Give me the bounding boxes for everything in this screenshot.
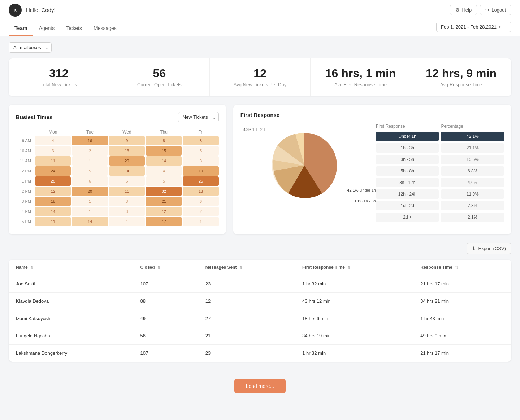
heat-cell: 9	[109, 136, 145, 145]
th-messages-sent[interactable]: Messages Sent ⇅	[198, 260, 295, 275]
heatmap-row: 10 AM3213155	[16, 146, 219, 156]
heat-cell: 21	[146, 197, 182, 206]
heat-cell: 19	[183, 166, 218, 176]
response-row: 1d - 2d7,8%	[376, 201, 504, 210]
heat-cell: 11	[109, 187, 145, 196]
th-closed[interactable]: Closed ⇅	[133, 260, 198, 275]
header-left: K Hello, Cody!	[9, 4, 56, 17]
heat-cell: 6	[72, 176, 108, 186]
heat-cell: 2	[183, 207, 218, 216]
busiest-times-header: Busiest Times New Tickets	[16, 112, 219, 122]
response-row: 5h - 8h6,8%	[376, 166, 504, 176]
heat-cell: 25	[183, 176, 218, 186]
logout-icon: ↪	[485, 7, 489, 13]
help-button[interactable]: ⚙ Help	[450, 5, 477, 15]
nav-tabs: Team Agents Tickets Messages	[9, 20, 122, 36]
date-range-wrapper[interactable]: Feb 1, 2021 - Feb 28,2021 ▾	[436, 22, 511, 36]
logout-button[interactable]: ↪ Logout	[480, 5, 511, 15]
export-csv-button[interactable]: ⬇ Export (CSV)	[467, 243, 511, 254]
heat-cell: 6	[109, 176, 145, 186]
busiest-times-title: Busiest Times	[16, 114, 52, 120]
response-label: 12h - 24h	[376, 189, 439, 199]
date-range-picker[interactable]: Feb 1, 2021 - Feb 28,2021 ▾	[436, 22, 511, 32]
stat-label-4: Avg Response Time	[418, 82, 504, 87]
heatmap-row: 9 AM416988	[16, 136, 219, 145]
stat-number-4: 12 hrs, 9 min	[418, 67, 504, 80]
cell-closed: 107	[133, 275, 198, 293]
response-row: 3h - 5h15,5%	[376, 155, 504, 164]
th-name[interactable]: Name ⇅	[9, 260, 133, 275]
load-more-button[interactable]: Load more...	[234, 379, 286, 393]
heatmap-row: 12 PM24514419	[16, 166, 219, 176]
response-label: 2d +	[376, 213, 439, 222]
stat-current-open-tickets: 56 Current Open Tickets	[109, 58, 210, 96]
cell-first_response_time: 1 hr 32 min	[295, 275, 413, 293]
first-response-title: First Response	[240, 112, 280, 118]
busiest-times-dropdown-wrap[interactable]: New Tickets	[178, 112, 219, 122]
heat-cell: 14	[35, 207, 71, 216]
greeting-text: Hello, Cody!	[26, 7, 56, 13]
heat-cell: 3	[109, 207, 145, 216]
col-fri: Fri	[183, 128, 218, 136]
row-time-label: 9 AM	[16, 136, 34, 145]
svg-text:K: K	[14, 8, 17, 12]
heat-cell: 3	[183, 156, 218, 166]
tab-tickets[interactable]: Tickets	[60, 20, 88, 36]
tab-messages[interactable]: Messages	[88, 20, 122, 36]
heat-cell: 1	[72, 197, 108, 206]
stat-number-3: 16 hrs, 1 min	[318, 67, 404, 80]
heat-cell: 24	[35, 166, 71, 176]
busiest-times-dropdown[interactable]: New Tickets	[178, 112, 219, 122]
first-response-header: First Response	[240, 112, 504, 118]
heat-cell: 16	[72, 136, 108, 145]
th-first-response-time[interactable]: First Response Time ⇅	[295, 260, 413, 275]
tab-team[interactable]: Team	[9, 20, 33, 36]
cell-closed: 56	[133, 327, 198, 345]
sort-icon-rt: ⇅	[455, 266, 458, 270]
heat-cell: 13	[183, 187, 218, 196]
heat-cell: 2	[72, 146, 108, 156]
heat-cell: 32	[146, 187, 182, 196]
heat-cell: 12	[35, 187, 71, 196]
stat-number-2: 12	[217, 67, 303, 80]
response-table-container: First Response Percentage Under 1h42,1%1…	[376, 124, 504, 224]
heat-cell: 20	[109, 156, 145, 166]
tab-agents[interactable]: Agents	[33, 20, 61, 36]
stat-label-1: Current Open Tickets	[117, 82, 203, 87]
row-time-label: 12 PM	[16, 166, 34, 176]
chevron-down-icon: ▾	[499, 25, 501, 29]
cell-messages_sent: 27	[198, 310, 295, 327]
stat-avg-response: 12 hrs, 9 min Avg Response Time	[411, 58, 511, 96]
response-value: 2,1%	[441, 213, 504, 222]
heatmap-row: 4 PM1413122	[16, 207, 219, 216]
response-value: 7,8%	[441, 201, 504, 210]
table-row: Lungelo Ngcaba562134 hrs 19 min49 hrs 9 …	[9, 327, 511, 345]
logo: K	[9, 4, 22, 17]
cell-name: Klavdia Dedova	[9, 293, 133, 310]
stat-label-2: Avg New Tickets Per Day	[217, 82, 303, 87]
heat-cell: 4	[35, 136, 71, 145]
response-label: 1h - 3h	[376, 143, 439, 153]
mailbox-select[interactable]: All mailboxes	[9, 42, 52, 53]
heat-cell: 13	[109, 146, 145, 156]
stat-avg-new-tickets: 12 Avg New Tickets Per Day	[210, 58, 311, 96]
response-value: 6,8%	[441, 166, 504, 176]
cell-name: Lungelo Ngcaba	[9, 327, 133, 345]
load-more-row: Load more...	[0, 370, 520, 402]
mailbox-select-wrap[interactable]: All mailboxes	[9, 42, 52, 53]
cell-messages_sent: 21	[198, 327, 295, 345]
response-row: 1h - 3h21,1%	[376, 143, 504, 153]
response-table-body: Under 1h42,1%1h - 3h21,1%3h - 5h15,5%5h …	[376, 132, 504, 222]
th-response-time[interactable]: Response Time ⇅	[413, 260, 511, 275]
sort-icon-frt: ⇅	[347, 266, 350, 270]
sort-icon-name: ⇅	[30, 266, 33, 270]
table-row: Joe Smith107231 hr 32 min21 hrs 17 min	[9, 275, 511, 293]
cell-messages_sent: 23	[198, 345, 295, 362]
response-row: Under 1h42,1%	[376, 132, 504, 141]
stat-avg-first-response: 16 hrs, 1 min Avg First Response Time	[311, 58, 411, 96]
cell-response_time: 49 hrs 9 min	[413, 327, 511, 345]
cell-response_time: 21 hrs 17 min	[413, 345, 511, 362]
heatmap-row: 3 PM1813216	[16, 197, 219, 206]
download-icon: ⬇	[472, 246, 476, 251]
nav-bar: Team Agents Tickets Messages Feb 1, 2021…	[0, 20, 520, 36]
